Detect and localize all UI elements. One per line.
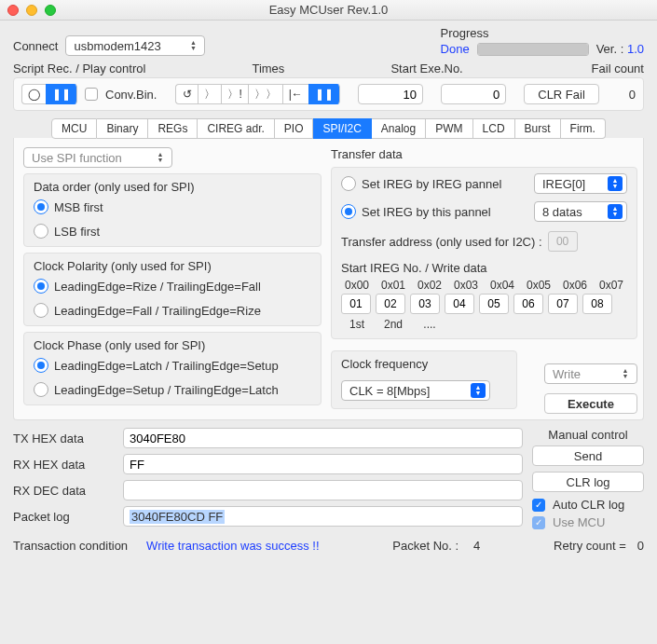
tab-spi-i2c[interactable]: SPI/I2C: [313, 118, 371, 139]
tab-analog[interactable]: Analog: [372, 118, 426, 139]
rx-label: RX HEX data: [13, 458, 116, 472]
auto-clr-checkbox[interactable]: [532, 499, 545, 512]
transfer-opt1[interactable]: Set IREG by IREG pannel IREG[0] ▲▼: [341, 173, 627, 194]
radio-icon[interactable]: [34, 224, 48, 239]
play-pause-button[interactable]: ❚❚: [308, 84, 340, 104]
play-button[interactable]: 〉: [198, 84, 221, 104]
radio-icon[interactable]: [34, 303, 48, 318]
retry-label: Retry count =: [554, 539, 626, 553]
ff-button[interactable]: 〉〉: [248, 84, 282, 104]
lsb-option[interactable]: LSB first: [34, 224, 311, 239]
polarity-title: Clock Polarity (only used for SPI): [34, 259, 311, 273]
tab-mcu[interactable]: MCU: [51, 118, 97, 139]
titlebar: Easy MCUser Rev.1.0: [0, 0, 657, 21]
transfer-opt2[interactable]: Set IREG by this pannel 8 datas ▲▼: [341, 201, 627, 222]
tab-cireg[interactable]: CIREG adr.: [198, 118, 274, 139]
loop-button[interactable]: ↺: [175, 84, 198, 104]
phase-group: Clock Phase (only used for SPI) LeadingE…: [23, 332, 322, 405]
start-ireg-title: Start IREG No. / Write data: [341, 261, 627, 275]
updown-icon: ▲▼: [153, 152, 168, 163]
radio-icon[interactable]: [341, 204, 356, 219]
updown-icon: ▲▼: [608, 176, 623, 191]
progress-label: Progress: [441, 26, 644, 40]
send-button[interactable]: Send: [532, 445, 644, 466]
failcount-label: Fail count: [569, 62, 644, 75]
radio-icon[interactable]: [34, 199, 48, 214]
updown-icon: ▲▼: [618, 368, 633, 379]
convbin-checkbox[interactable]: [85, 88, 98, 101]
manual-title: Manual control: [532, 428, 644, 442]
transfer-addr-input: [548, 231, 578, 252]
radio-icon[interactable]: [341, 176, 356, 191]
tab-burst[interactable]: Burst: [515, 118, 561, 139]
tx-label: TX HEX data: [13, 432, 116, 445]
tabbar: MCU Binary REGs CIREG adr. PIO SPI/I2C A…: [13, 118, 644, 139]
ireg-5[interactable]: [513, 294, 543, 314]
transaction-label: Transaction condition: [13, 539, 128, 553]
msb-option[interactable]: MSB first: [34, 199, 311, 214]
data-order-group: Data order (only used for SPI) MSB first…: [23, 173, 322, 247]
phase-opt2[interactable]: LeadingEdge=Setup / TrailingEdge=Latch: [34, 382, 311, 397]
tab-firm[interactable]: Firm.: [561, 118, 606, 139]
tab-regs[interactable]: REGs: [148, 118, 198, 139]
dec-label: RX DEC data: [13, 484, 116, 498]
rec-seg[interactable]: ◯ ❚❚: [21, 84, 77, 104]
failcount-value: 0: [617, 88, 636, 102]
dec-input[interactable]: [123, 480, 523, 500]
record-button[interactable]: ◯: [21, 84, 46, 104]
connect-select[interactable]: usbmodem1423 ▲▼: [65, 35, 205, 56]
tab-lcd[interactable]: LCD: [473, 118, 515, 139]
radio-icon[interactable]: [34, 279, 48, 294]
auto-clr-toggle[interactable]: Auto CLR log: [532, 498, 644, 512]
ireg-1[interactable]: [376, 294, 405, 314]
version-label: Ver. :: [596, 42, 624, 56]
startexe-input[interactable]: [441, 84, 506, 104]
polarity-opt1[interactable]: LeadingEdge=Rize / TrailingEdge=Fall: [34, 279, 311, 294]
transfer-addr-label: Transfer address (only used for I2C) :: [341, 235, 542, 249]
connect-value: usbmodem1423: [74, 39, 160, 53]
ireg-select[interactable]: IREG[0] ▲▼: [534, 173, 627, 194]
connect-label: Connect: [13, 39, 58, 53]
spi-func-select[interactable]: Use SPI function ▲▼: [23, 147, 172, 168]
transfer-group: Set IREG by IREG pannel IREG[0] ▲▼ Set I…: [331, 167, 637, 339]
play-stop-button[interactable]: 〉!: [221, 84, 247, 104]
polarity-group: Clock Polarity (only used for SPI) Leadi…: [23, 253, 322, 326]
clr-log-button[interactable]: CLR log: [532, 472, 644, 492]
times-input[interactable]: [358, 84, 423, 104]
execute-button[interactable]: Execute: [544, 393, 637, 414]
ireg-2[interactable]: [410, 294, 440, 314]
ireg-4[interactable]: [479, 294, 509, 314]
rx-input[interactable]: [123, 454, 523, 474]
updown-icon: ▲▼: [608, 204, 623, 219]
packet-value: 4: [473, 539, 480, 553]
log-input[interactable]: 3040FE80CD FF: [123, 506, 523, 527]
phase-opt1[interactable]: LeadingEdge=Latch / TrailingEdge=Setup: [34, 358, 311, 373]
datas-select[interactable]: 8 datas ▲▼: [534, 201, 627, 222]
rec-pause-button[interactable]: ❚❚: [46, 84, 77, 104]
ireg-6[interactable]: [548, 294, 578, 314]
clr-fail-button[interactable]: CLR Fail: [524, 84, 599, 104]
version-value: 1.0: [627, 42, 644, 56]
tab-pwm[interactable]: PWM: [426, 118, 472, 139]
skip-start-button[interactable]: |←: [282, 84, 308, 104]
radio-icon[interactable]: [34, 358, 48, 373]
polarity-opt2[interactable]: LeadingEdge=Fall / TrailingEdge=Rize: [34, 303, 311, 318]
tab-pio[interactable]: PIO: [275, 118, 314, 139]
radio-icon[interactable]: [34, 382, 48, 397]
ireg-7[interactable]: [582, 294, 612, 314]
transfer-title: Transfer data: [331, 147, 637, 161]
packet-label: Packet No. :: [392, 539, 459, 553]
progress-bar: [477, 43, 589, 56]
window-title: Easy MCUser Rev.1.0: [0, 3, 657, 17]
clock-select[interactable]: CLK = 8[Mbps] ▲▼: [341, 380, 490, 401]
log-value: 3040FE80CD FF: [130, 510, 225, 524]
ireg-3[interactable]: [445, 294, 474, 314]
ireg-0[interactable]: [341, 294, 371, 314]
use-mcu-toggle: Use MCU: [532, 515, 644, 529]
tab-binary[interactable]: Binary: [97, 118, 148, 139]
mode-select[interactable]: Write ▲▼: [544, 363, 637, 384]
clock-title: Clock frequency: [341, 357, 507, 371]
tx-input[interactable]: [123, 428, 523, 448]
convbin-toggle[interactable]: Conv.Bin.: [85, 88, 157, 102]
play-seg[interactable]: ↺ 〉 〉! 〉〉 |← ❚❚: [175, 84, 339, 104]
